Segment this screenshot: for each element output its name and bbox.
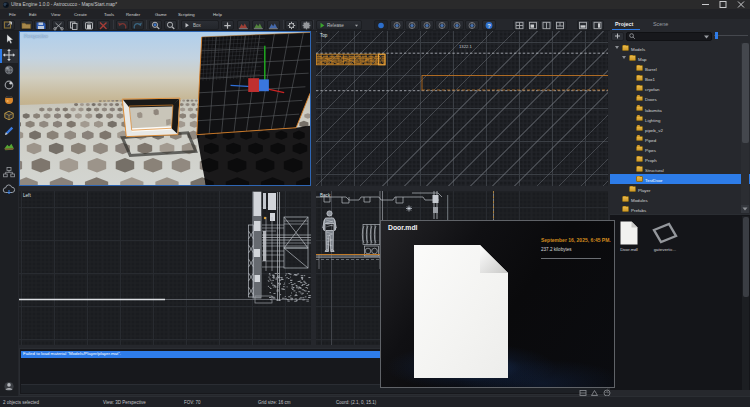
svg-text:Release: Release <box>327 23 344 28</box>
svg-text:?: ? <box>487 23 491 29</box>
svg-text:Box: Box <box>193 23 202 28</box>
svg-text:1322.1: 1322.1 <box>459 44 472 49</box>
